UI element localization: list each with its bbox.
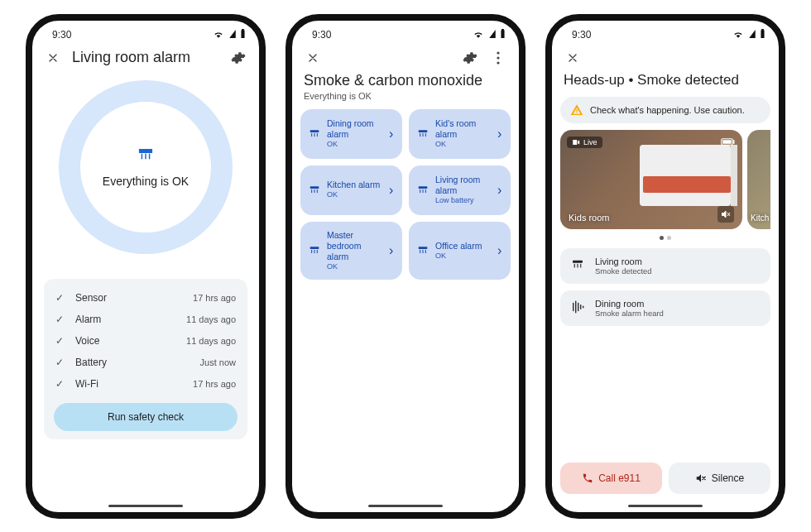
status-bar: 9:30 <box>552 21 779 44</box>
check-icon: ✓ <box>55 335 67 347</box>
wifi-icon <box>732 30 744 38</box>
smoke-detector-icon <box>307 184 322 197</box>
smoke-detector-icon <box>415 184 430 197</box>
camera-card-kids-room[interactable]: Live Kids room <box>560 130 742 229</box>
close-icon[interactable] <box>304 49 322 67</box>
device-name: Kid's room alarm <box>435 118 492 140</box>
smoke-detector-icon <box>415 127 430 141</box>
self-test-time: 11 days ago <box>186 336 236 346</box>
svg-rect-8 <box>310 247 319 249</box>
alert-item-living-room[interactable]: Living room Smoke detected <box>560 248 770 284</box>
svg-point-3 <box>497 61 499 64</box>
chevron-right-icon: › <box>497 127 506 141</box>
device-status: Low battery <box>435 196 492 205</box>
warning-icon <box>570 103 583 117</box>
clock: 9:30 <box>312 29 331 41</box>
wifi-icon <box>213 30 224 38</box>
device-status: OK <box>327 262 384 271</box>
close-icon[interactable] <box>44 49 62 67</box>
device-card-living-room[interactable]: Living room alarmLow battery › <box>409 165 511 215</box>
self-test-row: ✓ Wi-Fi 17 hrs ago <box>54 373 238 395</box>
device-name: Master bedroom alarm <box>327 230 384 262</box>
svg-rect-4 <box>310 130 319 132</box>
top-bar <box>292 44 519 69</box>
settings-icon[interactable] <box>461 49 479 67</box>
chevron-right-icon: › <box>497 183 506 198</box>
nav-handle[interactable] <box>368 505 443 507</box>
svg-rect-7 <box>419 186 428 189</box>
cell-signal-icon <box>229 30 236 38</box>
device-card-kitchen[interactable]: Kitchen alarmOK › <box>300 165 402 215</box>
self-test-label: Wi-Fi <box>75 378 185 390</box>
clock: 9:30 <box>572 29 591 41</box>
device-status: OK <box>327 140 384 149</box>
live-badge: Live <box>567 137 602 148</box>
clock: 9:30 <box>52 29 71 41</box>
close-icon[interactable] <box>564 49 582 67</box>
self-test-label: Voice <box>75 335 178 347</box>
device-status: OK <box>327 190 384 199</box>
cell-signal-icon <box>489 30 496 38</box>
dot-active <box>660 236 664 240</box>
call-label: Call e911 <box>598 472 641 484</box>
status-icons <box>211 29 246 41</box>
alert-sub: Smoke detected <box>595 266 652 276</box>
alert-item-dining-room[interactable]: Dining room Smoke alarm heard <box>560 290 770 326</box>
svg-rect-12 <box>733 140 735 144</box>
self-test-time: 11 days ago <box>186 314 236 324</box>
self-test-label: Sensor <box>75 292 185 304</box>
self-test-list: ✓ Sensor 17 hrs ago ✓ Alarm 11 days ago … <box>44 279 247 439</box>
silence-button[interactable]: Silence <box>669 463 770 494</box>
check-icon: ✓ <box>55 357 67 368</box>
device-status: OK <box>435 252 492 261</box>
device-card-kids-room[interactable]: Kid's room alarmOK › <box>409 109 511 159</box>
video-icon <box>572 138 580 146</box>
alert-room: Living room <box>595 256 652 266</box>
self-test-row: ✓ Voice 11 days ago <box>54 330 238 352</box>
smoke-detector-icon <box>137 146 155 168</box>
settings-icon[interactable] <box>229 49 247 67</box>
svg-point-1 <box>497 51 499 54</box>
svg-rect-0 <box>140 149 152 152</box>
nav-handle[interactable] <box>108 505 183 507</box>
smoke-detector-icon <box>307 127 322 141</box>
self-test-row: ✓ Alarm 11 days ago <box>54 309 238 330</box>
more-icon[interactable] <box>489 49 507 67</box>
device-name: Dining room alarm <box>327 118 384 140</box>
status-ring-text: Everything is OK <box>103 175 189 188</box>
page-title: Living room alarm <box>72 49 219 66</box>
smoke-detector-icon <box>570 257 587 274</box>
camera-carousel[interactable]: Live Kids room Kitch <box>560 130 779 229</box>
status-icons <box>471 29 506 41</box>
silence-label: Silence <box>712 472 744 484</box>
check-icon: ✓ <box>55 292 67 304</box>
self-test-time: 17 hrs ago <box>193 379 236 389</box>
cell-signal-icon <box>749 30 756 38</box>
device-status: OK <box>435 140 492 149</box>
alert-sub: Smoke alarm heard <box>595 309 664 318</box>
live-text: Live <box>583 138 597 146</box>
svg-rect-6 <box>310 186 319 189</box>
device-card-office[interactable]: Office alarmOK › <box>409 222 511 280</box>
device-card-master-bedroom[interactable]: Master bedroom alarmOK › <box>300 222 402 280</box>
svg-point-2 <box>497 56 499 59</box>
mute-icon[interactable] <box>717 206 734 223</box>
device-name: Living room alarm <box>435 175 492 196</box>
phone-icon <box>582 472 593 484</box>
check-icon: ✓ <box>55 378 67 390</box>
nav-handle[interactable] <box>628 505 703 507</box>
status-bar: 9:30 <box>292 21 519 44</box>
call-e911-button[interactable]: Call e911 <box>560 463 662 494</box>
device-card-dining-room[interactable]: Dining room alarmOK › <box>300 109 402 159</box>
phone-living-room-alarm: 9:30 Living room alarm Everything is OK <box>26 14 266 519</box>
alert-room: Dining room <box>595 299 664 309</box>
status-ring: Everything is OK <box>32 80 259 262</box>
wifi-icon <box>473 30 484 38</box>
warning-banner: Check what's happening. Use caution. <box>560 97 770 123</box>
battery-icon <box>721 138 736 146</box>
run-safety-check-button[interactable]: Run safety check <box>54 403 238 431</box>
check-icon: ✓ <box>55 314 67 325</box>
camera-card-kitchen[interactable]: Kitch <box>747 130 770 229</box>
smoke-detector-icon <box>307 244 322 257</box>
page-title: Smoke & carbon monoxide <box>292 69 519 91</box>
